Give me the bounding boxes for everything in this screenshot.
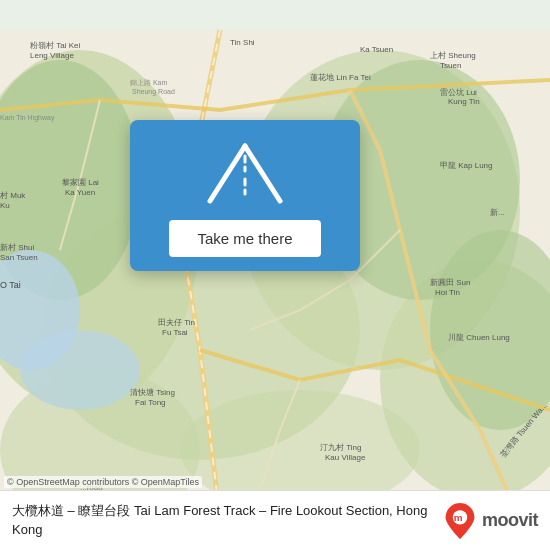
svg-text:Kau Village: Kau Village [325,453,366,462]
moovit-logo: m moovit [444,503,538,539]
moovit-wordmark: moovit [482,510,538,531]
road-icon [205,141,285,206]
bottom-bar: 大欖林道 – 瞭望台段 Tai Lam Forest Track – Fire … [0,490,550,550]
svg-text:m: m [454,512,463,523]
action-card: Take me there [130,120,360,271]
svg-text:村 Muk: 村 Muk [0,191,26,200]
svg-text:甲龍 Kap Lung: 甲龍 Kap Lung [440,161,492,170]
svg-text:Kung Tin: Kung Tin [448,97,480,106]
svg-text:田夫仔 Tin: 田夫仔 Tin [158,318,195,327]
svg-line-49 [245,146,280,201]
osm-credit: © OpenStreetMap contributors © OpenMapTi… [4,476,202,488]
take-me-there-button[interactable]: Take me there [169,220,320,257]
svg-text:新圓田 Sun: 新圓田 Sun [430,278,470,287]
svg-text:Tsuen: Tsuen [440,61,461,70]
svg-text:新村 Shui: 新村 Shui [0,243,34,252]
map-background: 粉嶺村 Tai Kei Leng Village Tin Shi Ka Tsue… [0,0,550,550]
svg-text:Tin Shi: Tin Shi [230,38,255,47]
svg-text:蓮花地 Lin Fa Tei: 蓮花地 Lin Fa Tei [310,73,371,82]
moovit-pin-icon: m [444,503,476,539]
svg-text:Fai Tong: Fai Tong [135,398,166,407]
svg-text:新...: 新... [490,208,505,217]
svg-text:Ka Yuen: Ka Yuen [65,188,95,197]
svg-text:錦上路 Kam: 錦上路 Kam [130,79,168,86]
location-text: 大欖林道 – 瞭望台段 Tai Lam Forest Track – Fire … [12,502,434,538]
svg-text:雷公坑 Lui: 雷公坑 Lui [440,88,477,97]
svg-text:Leng Village: Leng Village [30,51,74,60]
svg-text:上村 Sheung: 上村 Sheung [430,51,476,60]
svg-line-48 [210,146,245,201]
svg-text:汀九村 Ting: 汀九村 Ting [320,443,362,452]
svg-text:清快塘 Tsing: 清快塘 Tsing [130,388,175,397]
svg-text:Kam Tin Highway: Kam Tin Highway [0,114,55,122]
svg-text:黎家園 Lai: 黎家園 Lai [62,178,99,187]
svg-text:Sheung Road: Sheung Road [132,88,175,96]
svg-text:粉嶺村 Tai Kei: 粉嶺村 Tai Kei [30,41,80,50]
svg-text:O Tai: O Tai [0,280,21,290]
svg-text:Fu Tsai: Fu Tsai [162,328,188,337]
svg-text:Ka Tsuen: Ka Tsuen [360,45,393,54]
svg-point-11 [20,330,140,410]
svg-text:川龍 Chuen Lung: 川龍 Chuen Lung [448,333,510,342]
svg-text:San Tsuen: San Tsuen [0,253,38,262]
map-container: 粉嶺村 Tai Kei Leng Village Tin Shi Ka Tsue… [0,0,550,550]
svg-text:Hoi Tin: Hoi Tin [435,288,460,297]
svg-text:Ku: Ku [0,201,10,210]
road-icon-container [200,138,290,208]
